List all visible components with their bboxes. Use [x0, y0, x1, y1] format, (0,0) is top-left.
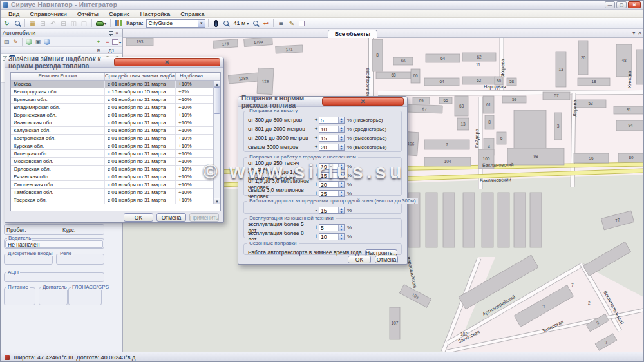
view-dropdown[interactable]: ▾ [112, 38, 121, 46]
select-checkbox[interactable] [297, 19, 307, 28]
winter-dialog-close-icon[interactable]: ✕ [114, 58, 221, 66]
photo-icon[interactable]: ▣ [33, 38, 43, 46]
winter-dialog-titlebar[interactable]: Значения зимних надбавок к нормам расход… [5, 57, 223, 68]
corrections-dialog-close-icon[interactable]: ✕ [322, 97, 404, 106]
table-row[interactable]: Тамбовская обл.с 01 ноября по 31 марта+1… [11, 189, 220, 196]
minimize-button[interactable]: — [605, 1, 615, 8]
corrections-ok-button[interactable]: OK [348, 256, 371, 263]
table-scrollbar[interactable]: ▲ ▼ [213, 81, 220, 204]
table-row[interactable]: Курская обл.с 01 ноября по 31 марта+10% [11, 142, 220, 150]
spinner-down-icon[interactable]: ▼ [339, 120, 344, 124]
value-spinner[interactable]: 5▲▼ [319, 224, 345, 231]
mileage-course-box: Пробег: Курс: [4, 224, 104, 235]
regions-table[interactable]: Регионы РоссииСрок действия зимних надба… [10, 72, 221, 211]
web-icon[interactable] [43, 38, 52, 46]
maximize-button[interactable]: ▢ [616, 1, 627, 8]
chart-icon[interactable] [113, 19, 123, 28]
menu-item-3[interactable]: Сервис [104, 10, 135, 18]
value-spinner[interactable]: 10▲▼ [319, 233, 345, 240]
spinner-down-icon[interactable]: ▼ [339, 185, 344, 188]
table-row[interactable]: Орловская обл.с 01 ноября по 31 марта+10… [11, 166, 220, 173]
spinner-down-icon[interactable]: ▼ [339, 237, 344, 240]
menu-item-1[interactable]: Справочники [24, 10, 72, 18]
table-row[interactable]: Липецкая обл.с 01 ноября по 31 марта+10% [11, 150, 220, 158]
chevron-down-icon[interactable]: ▾ [247, 21, 249, 26]
table-column-header[interactable]: Срок действия зимних надбавок [105, 73, 176, 80]
marker-icon[interactable] [211, 19, 221, 28]
print-icon[interactable]: ▤ [2, 38, 11, 46]
svg-text:179а: 179а [254, 39, 263, 44]
value-spinner[interactable]: 15▲▼ [319, 135, 345, 142]
table-row[interactable]: Белгородская обл.с 15 ноября по 15 марта… [11, 88, 220, 96]
zoom-out-icon[interactable] [251, 19, 260, 28]
value-spinner[interactable]: 15▲▼ [319, 207, 345, 214]
close-panel-icon[interactable]: × [113, 30, 120, 36]
configure-button[interactable]: Настроить... [365, 249, 397, 256]
vehicles-column-header: Б Д1 [1, 47, 122, 54]
menu-item-4[interactable]: Настройка [135, 10, 175, 18]
refresh-icon[interactable]: ↻ [2, 19, 12, 28]
zoom-in-icon[interactable] [222, 19, 231, 28]
chevron-down-icon[interactable]: ▾ [104, 21, 106, 26]
value-spinner[interactable]: 10▲▼ [319, 126, 345, 133]
table-row[interactable]: Костромская обл.с 01 ноября по 31 марта+… [11, 135, 220, 142]
menu-item-5[interactable]: Справка [175, 10, 209, 18]
vehicle-filter-icon[interactable]: ▾ [95, 19, 108, 28]
status-bar: Широта: 47.42461°с.ш. Долгота: 40.06243°… [1, 352, 643, 362]
close-button[interactable]: ✕ [628, 1, 641, 8]
table-row[interactable]: Калужская обл.с 01 ноября по 31 марта+10… [11, 127, 220, 135]
table-row[interactable]: Воронежская обл.с 01 ноября по 31 марта+… [11, 111, 220, 119]
map-provider-combobox[interactable]: CityGuide ▼ [146, 19, 205, 28]
globe-icon[interactable] [24, 38, 33, 46]
scroll-down-icon[interactable]: ▼ [214, 198, 220, 204]
spinner-down-icon[interactable]: ▼ [339, 167, 344, 170]
region-cell: Ивановская обл. [11, 119, 105, 126]
edit-note-icon[interactable]: ✎ [287, 19, 296, 28]
pin-icon[interactable] [106, 30, 113, 36]
corrections-cancel-button[interactable]: Отмена [375, 256, 398, 263]
menu-item-2[interactable]: Отчёты [72, 10, 104, 18]
value-spinner[interactable]: 25▲▼ [319, 190, 345, 197]
spinner-down-icon[interactable]: ▼ [339, 129, 344, 133]
add-button[interactable]: + [94, 38, 103, 46]
winter-ok-button[interactable]: OK [124, 213, 153, 222]
search-icon[interactable] [12, 19, 22, 28]
table-row[interactable]: Брянская обл.с 01 ноября по 31 марта+10% [11, 96, 220, 104]
table-column-header[interactable]: Регионы России [11, 73, 105, 80]
scroll-thumb[interactable] [214, 87, 220, 114]
spinner-down-icon[interactable]: ▼ [339, 176, 344, 179]
corrections-dialog-titlebar[interactable]: Поправки к нормам расхода топлива ✕ [238, 97, 407, 107]
remove-button[interactable]: − [103, 38, 112, 46]
table-column-header[interactable]: Надбавка [176, 73, 207, 80]
spinner-down-icon[interactable]: ▼ [339, 148, 344, 151]
table-row[interactable]: Рязанская обл.с 01 ноября по 31 марта+10… [11, 173, 220, 181]
value-spinner[interactable]: 15▲▼ [319, 172, 345, 179]
table-row[interactable]: Москвас 01 ноября по 31 марта+10% [11, 81, 220, 88]
scroll-up-icon[interactable]: ▲ [214, 81, 220, 87]
value-spinner[interactable]: 20▲▼ [319, 144, 345, 151]
table-row[interactable]: Владимирская обл.с 01 ноября по 31 марта… [11, 104, 220, 111]
paint-icon[interactable]: ✎ [11, 38, 20, 46]
value-spinner[interactable]: 5▲▼ [319, 117, 345, 124]
table-row[interactable]: Тверская обл.с 01 ноября по 31 марта+10% [11, 196, 220, 204]
title-bar[interactable]: Сириус Навигатор - Интегратор — ▢ ✕ [1, 1, 643, 10]
list-icon[interactable]: ≡ [276, 19, 286, 28]
chevron-down-icon[interactable]: ▼ [198, 20, 205, 27]
tab-all-objects[interactable]: Все объекты [328, 30, 377, 38]
winter-cancel-button[interactable]: Отмена [156, 213, 186, 222]
menu-item-0[interactable]: Вид [3, 10, 24, 18]
zoom-level[interactable]: 41 м▾ [232, 19, 251, 28]
value-spinner[interactable]: 10▲▼ [319, 163, 345, 170]
spinner-down-icon[interactable]: ▼ [339, 211, 344, 214]
table-row[interactable]: Московская обл.с 01 ноября по 31 марта+1… [11, 158, 220, 166]
spinner-down-icon[interactable]: ▼ [339, 228, 344, 231]
route-back-icon[interactable]: ↩ [261, 19, 270, 28]
edit-layers-icon[interactable]: ▦ [28, 19, 37, 28]
tab-close-icon[interactable]: ✕ [638, 30, 642, 36]
spinner-down-icon[interactable]: ▼ [339, 138, 344, 142]
table-row[interactable]: Смоленская обл.с 01 ноября по 31 марта+1… [11, 181, 220, 189]
tab-list-icon[interactable]: ▾ [632, 30, 635, 36]
value-spinner[interactable]: 20▲▼ [319, 181, 345, 188]
spinner-down-icon[interactable]: ▼ [339, 194, 344, 197]
table-row[interactable]: Ивановская обл.с 01 ноября по 31 марта+1… [11, 119, 220, 127]
